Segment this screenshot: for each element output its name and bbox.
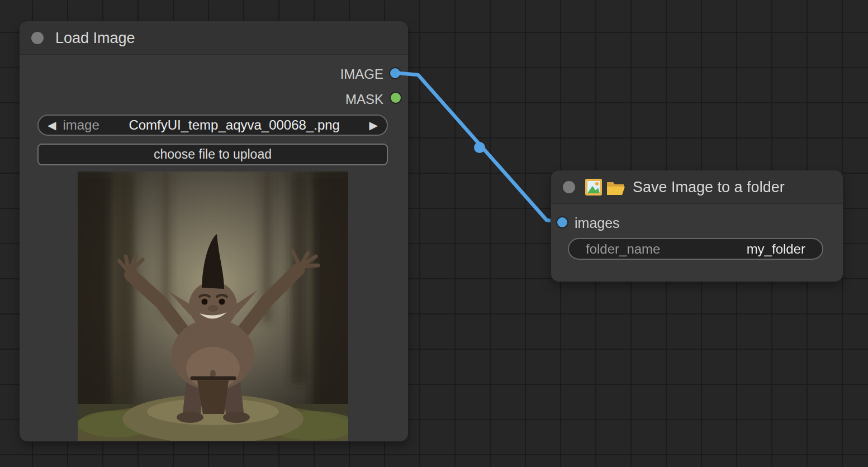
choose-file-button-label: choose file to upload xyxy=(154,147,272,162)
folder-name-label: folder_name xyxy=(586,241,660,257)
image-combo-widget[interactable]: ◀ image ComfyUI_temp_aqyva_00068_.png ▶ xyxy=(37,115,388,136)
link-midpoint-dot[interactable] xyxy=(474,142,485,153)
troll-image xyxy=(78,171,348,441)
output-slot-image[interactable] xyxy=(390,68,400,78)
node-load-image[interactable]: Load Image IMAGE MASK ◀ image ComfyUI_te… xyxy=(20,21,408,441)
combo-left-arrow-icon[interactable]: ◀ xyxy=(48,120,56,131)
input-slot-images[interactable] xyxy=(557,217,567,227)
collapse-dot[interactable] xyxy=(31,32,44,44)
node-save-image-to-folder[interactable]: Save Image to a folder images folder_nam… xyxy=(551,170,843,282)
combo-right-arrow-icon[interactable]: ▶ xyxy=(369,120,378,131)
picture-icon xyxy=(585,178,603,196)
input-label-images: images xyxy=(575,215,620,231)
node-title: Load Image xyxy=(55,30,135,47)
folder-name-widget[interactable]: folder_name my_folder xyxy=(568,238,823,260)
node-title: Save Image to a folder xyxy=(633,179,785,196)
save-node-title-bar[interactable]: Save Image to a folder xyxy=(551,170,843,204)
image-link[interactable] xyxy=(399,73,562,222)
load-image-title-bar[interactable]: Load Image xyxy=(20,21,408,55)
image-preview xyxy=(78,171,348,441)
choose-file-button[interactable]: choose file to upload xyxy=(37,144,388,165)
folder-icon xyxy=(606,180,626,196)
node-graph-canvas[interactable]: Load Image IMAGE MASK ◀ image ComfyUI_te… xyxy=(0,0,868,467)
output-label-mask: MASK xyxy=(345,92,383,107)
combo-label: image xyxy=(63,117,99,133)
collapse-dot[interactable] xyxy=(563,181,575,193)
output-label-image: IMAGE xyxy=(340,66,383,82)
output-slot-mask[interactable] xyxy=(391,93,401,103)
combo-value: ComfyUI_temp_aqyva_00068_.png xyxy=(99,117,369,133)
folder-name-value: my_folder xyxy=(747,241,805,257)
